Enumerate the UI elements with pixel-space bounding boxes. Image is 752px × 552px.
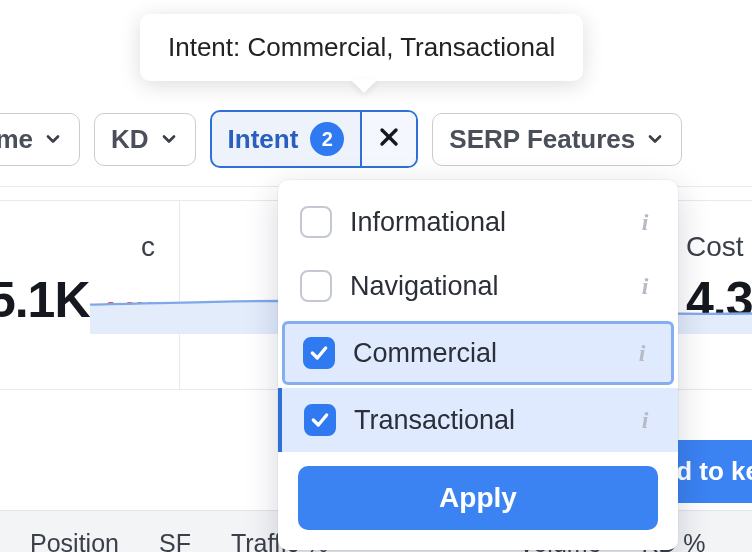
filter-kd-label: KD: [111, 124, 149, 155]
intent-option-transactional[interactable]: Transactional i: [278, 388, 678, 452]
filter-serp-features[interactable]: SERP Features: [432, 113, 682, 166]
chevron-down-icon: [645, 129, 665, 149]
send-button-label: d to ke: [676, 456, 752, 486]
filter-intent-clear[interactable]: [360, 112, 416, 166]
filter-volume[interactable]: ume: [0, 113, 80, 166]
apply-button[interactable]: Apply: [298, 466, 658, 530]
col-sf[interactable]: SF: [159, 529, 191, 552]
stat-traffic-value: 5.1K: [0, 271, 90, 329]
intent-option-navigational[interactable]: Navigational i: [278, 254, 678, 318]
filter-bar: ume KD Intent 2 SERP Features: [0, 110, 752, 187]
intent-option-commercial[interactable]: Commercial i: [282, 321, 674, 385]
filter-volume-label: ume: [0, 124, 33, 155]
intent-option-label: Transactional: [354, 405, 616, 436]
checkbox-checked[interactable]: [303, 337, 335, 369]
intent-count-badge: 2: [310, 122, 344, 156]
stat-cost-label: Cost: [686, 231, 752, 263]
intent-option-label: Informational: [350, 207, 616, 238]
stat-traffic-label: c: [0, 231, 155, 263]
chevron-down-icon: [159, 129, 179, 149]
info-icon[interactable]: i: [634, 407, 656, 434]
checkbox-checked[interactable]: [304, 404, 336, 436]
apply-button-label: Apply: [439, 482, 517, 513]
intent-dropdown: Informational i Navigational i Commercia…: [278, 180, 678, 550]
filter-kd[interactable]: KD: [94, 113, 196, 166]
checkbox-unchecked[interactable]: [300, 206, 332, 238]
intent-option-label: Navigational: [350, 271, 616, 302]
intent-option-label: Commercial: [353, 338, 613, 369]
info-icon[interactable]: i: [634, 209, 656, 236]
filter-serp-label: SERP Features: [449, 124, 635, 155]
checkbox-unchecked[interactable]: [300, 270, 332, 302]
close-icon: [377, 125, 401, 153]
chevron-down-icon: [43, 129, 63, 149]
intent-option-informational[interactable]: Informational i: [278, 190, 678, 254]
info-icon[interactable]: i: [631, 340, 653, 367]
info-icon[interactable]: i: [634, 273, 656, 300]
filter-intent-label: Intent: [228, 124, 299, 155]
intent-tooltip: Intent: Commercial, Transactional: [140, 14, 583, 81]
col-position[interactable]: Position: [30, 529, 119, 552]
filter-intent[interactable]: Intent 2: [210, 110, 419, 168]
filter-intent-main[interactable]: Intent 2: [212, 112, 361, 166]
tooltip-text: Intent: Commercial, Transactional: [168, 32, 555, 62]
